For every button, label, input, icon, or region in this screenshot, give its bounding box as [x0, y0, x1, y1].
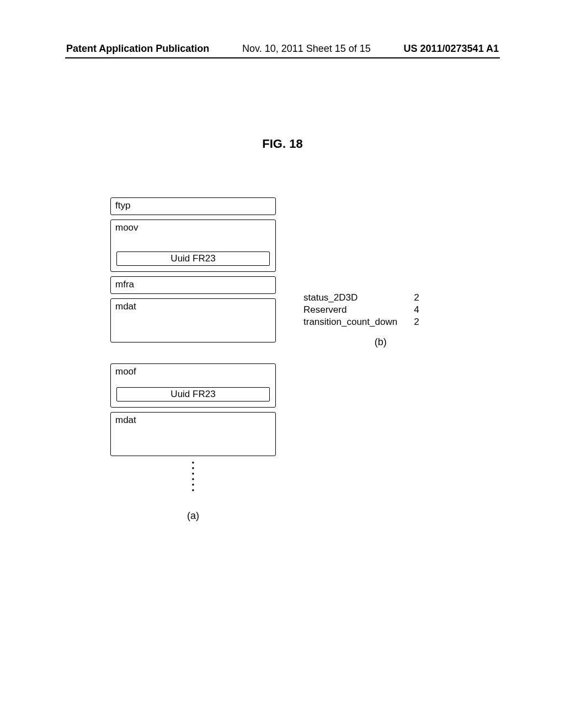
table-cell-value: 4 [403, 304, 424, 317]
table-cell-label: status_2D3D [303, 292, 403, 304]
box-moof-label: moof [115, 366, 136, 377]
header-left: Patent Application Publication [66, 43, 209, 55]
box-moov: moov Uuid FR23 [110, 220, 276, 272]
table-cell-value: 2 [403, 317, 424, 329]
table-row: status_2D3D 2 [303, 292, 425, 304]
box-mdat-2: mdat [110, 412, 276, 456]
box-ftyp-label: ftyp [115, 200, 130, 211]
table-row: Reserverd 4 [303, 304, 425, 317]
box-moov-inner-label: Uuid FR23 [170, 253, 215, 264]
caption-a: (a) [110, 510, 276, 522]
box-moof-inner-label: Uuid FR23 [170, 389, 215, 399]
vertical-ellipsis: ● ● ● ● ● ● [110, 461, 276, 494]
diagram-a: ftyp moov Uuid FR23 mfra mdat moof Uuid … [110, 197, 276, 522]
header-center: Nov. 10, 2011 Sheet 15 of 15 [242, 43, 371, 55]
header-right: US 2011/0273541 A1 [404, 43, 499, 55]
table-cell-label: transition_count_down [303, 317, 403, 329]
figure-title: FIG. 18 [0, 137, 565, 151]
box-moov-inner: Uuid FR23 [116, 251, 270, 266]
box-mdat-2-label: mdat [115, 415, 136, 425]
box-mdat-1: mdat [110, 298, 276, 342]
table-cell-label: Reserverd [303, 304, 403, 317]
box-moof: moof Uuid FR23 [110, 363, 276, 408]
page-header: Patent Application Publication Nov. 10, … [0, 43, 565, 55]
box-ftyp: ftyp [110, 197, 276, 215]
table-b: status_2D3D 2 Reserverd 4 transition_cou… [303, 292, 425, 348]
box-mfra-label: mfra [115, 279, 134, 290]
box-moof-inner: Uuid FR23 [116, 387, 270, 402]
table-b-table: status_2D3D 2 Reserverd 4 transition_cou… [303, 292, 425, 329]
table-cell-value: 2 [403, 292, 424, 304]
header-divider [65, 57, 500, 58]
box-mdat-1-label: mdat [115, 301, 136, 312]
box-moov-label: moov [115, 222, 138, 233]
table-row: transition_count_down 2 [303, 317, 425, 329]
caption-b: (b) [337, 336, 425, 348]
box-mfra: mfra [110, 276, 276, 294]
